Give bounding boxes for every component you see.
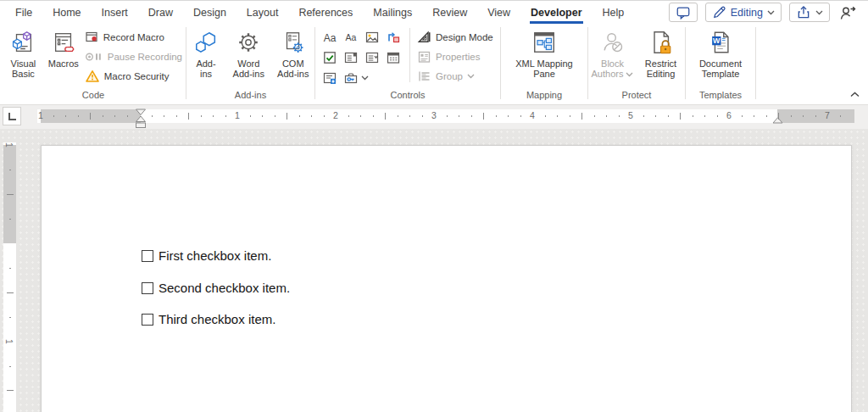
com-add-ins-button[interactable]: COM Add-ins — [273, 26, 314, 81]
legacy-tools-icon — [343, 71, 359, 85]
checkbox-content-control[interactable] — [142, 282, 153, 294]
menu-tab-references[interactable]: References — [288, 1, 363, 24]
word-add-ins-button[interactable]: Word Add-ins — [228, 26, 270, 81]
ruler-tick — [176, 115, 177, 117]
ruler-half-tick — [287, 113, 287, 120]
checkbox-item-text[interactable]: First checkbox item. — [159, 248, 271, 263]
record-macro-icon — [85, 31, 99, 44]
ribbon: Visual Basic Macros Record Macro Pause R… — [0, 24, 868, 105]
share-button[interactable] — [789, 3, 830, 22]
rich-text-control-button[interactable]: Aa — [320, 27, 340, 47]
combo-box-control-button[interactable] — [341, 47, 361, 67]
comment-bubble-icon — [676, 5, 691, 20]
drop-down-list-control-button[interactable] — [362, 47, 382, 67]
menu-tab-layout[interactable]: Layout — [236, 1, 289, 24]
menu-tab-help[interactable]: Help — [593, 1, 635, 24]
menu-tab-mailings[interactable]: Mailings — [363, 1, 422, 24]
ruler-tick — [152, 115, 153, 117]
ruler-half-tick — [7, 292, 14, 293]
ruler-tick — [299, 115, 300, 117]
collapse-ribbon-button[interactable] — [848, 88, 861, 100]
ruler-tick — [311, 115, 312, 117]
add-ins-button[interactable]: Add-ins — [187, 26, 225, 81]
group-separator — [587, 27, 588, 99]
check-box-control-button[interactable] — [320, 47, 340, 67]
horizontal-ruler[interactable]: 11234567 — [37, 109, 854, 123]
tab-stop-selector[interactable] — [3, 107, 21, 125]
ruler-tick — [766, 115, 767, 117]
record-macro-button[interactable]: Record Macro — [82, 28, 185, 46]
comments-button[interactable] — [669, 3, 698, 22]
macro-security-button[interactable]: Macro Security — [82, 67, 185, 85]
design-mode-button[interactable]: Design Mode — [415, 28, 496, 46]
pencil-icon — [712, 5, 726, 19]
ruler-tick — [9, 366, 11, 367]
document-template-button[interactable]: W Document Template — [694, 26, 747, 81]
ruler-number: 6 — [726, 110, 732, 120]
document-canvas: 11 First checkbox item.Second checkbox i… — [0, 129, 868, 412]
building-block-gallery-control-button[interactable] — [383, 27, 403, 47]
menu-tab-draw[interactable]: Draw — [138, 1, 183, 24]
restrict-editing-button[interactable]: Restrict Editing — [637, 26, 684, 81]
macros-button[interactable]: Macros — [45, 26, 82, 70]
menu-tab-developer[interactable]: Developer — [520, 1, 592, 24]
visual-basic-label: Visual Basic — [3, 58, 43, 79]
ruler-tick — [643, 115, 644, 117]
editing-mode-button[interactable]: Editing — [705, 3, 782, 22]
ruler-tick — [398, 115, 398, 117]
xml-mapping-pane-button[interactable]: XML Mapping Pane — [504, 26, 584, 81]
ruler-tick — [275, 115, 275, 117]
xml-mapping-pane-label: XML Mapping Pane — [506, 58, 582, 79]
ruler-tick — [324, 115, 325, 117]
contacts-button[interactable] — [837, 3, 858, 22]
menu-tab-design[interactable]: Design — [183, 1, 236, 24]
chevron-down-icon — [767, 10, 775, 15]
properties-button: Properties — [415, 47, 496, 65]
vertical-ruler[interactable]: 11 — [3, 142, 16, 412]
ruler-tick — [9, 268, 11, 269]
group-label-controls: Controls — [316, 90, 499, 104]
pause-recording-button: Pause Recording — [82, 47, 185, 65]
ruler-tick — [704, 115, 705, 117]
date-picker-control-button[interactable] — [383, 47, 403, 67]
inner-separator — [409, 28, 410, 82]
ruler-tick — [791, 115, 792, 117]
repeating-section-control-button[interactable] — [320, 68, 340, 87]
checkbox-list-item: Third checkbox item. — [142, 312, 275, 326]
com-add-ins-icon — [281, 28, 306, 57]
menu-tab-insert[interactable]: Insert — [92, 1, 138, 24]
group-separator — [186, 27, 186, 99]
checkbox-content-control[interactable] — [142, 250, 153, 262]
visual-basic-button[interactable]: Visual Basic — [2, 26, 45, 81]
ruler-tick — [803, 115, 804, 117]
ribbon-group-controls: AaAa Design Mode Properties Group Contro… — [316, 24, 499, 104]
ruler-tick — [422, 115, 423, 117]
picture-control-button[interactable] — [362, 27, 382, 47]
menu-tab-review[interactable]: Review — [422, 1, 477, 24]
macro-security-label: Macro Security — [104, 71, 170, 81]
ruler-tick — [496, 115, 497, 117]
properties-icon — [417, 50, 431, 64]
menu-tabs: FileHomeInsertDrawDesignLayoutReferences… — [5, 1, 634, 24]
checkbox-content-control[interactable] — [142, 314, 153, 326]
checkbox-item-text[interactable]: Third checkbox item. — [159, 312, 275, 326]
menu-tab-home[interactable]: Home — [42, 1, 91, 24]
indent-markers[interactable] — [135, 109, 147, 129]
ruler-tick — [360, 115, 361, 117]
ruler-tick — [127, 115, 128, 117]
checkbox-item-text[interactable]: Second checkbox item. — [159, 281, 290, 295]
block-authors-icon — [600, 28, 626, 57]
group-separator — [314, 27, 315, 99]
design-mode-label: Design Mode — [436, 32, 493, 42]
legacy-tools-control-button[interactable] — [341, 68, 380, 87]
menu-tab-file[interactable]: File — [5, 1, 42, 24]
ruler-half-tick — [90, 113, 91, 120]
document-template-label: Document Template — [696, 58, 745, 79]
document-page[interactable]: First checkbox item.Second checkbox item… — [41, 145, 852, 412]
macros-icon — [51, 28, 76, 57]
properties-label: Properties — [436, 52, 480, 62]
plain-text-control-button[interactable]: Aa — [341, 27, 361, 47]
date-picker-icon — [386, 51, 401, 64]
menu-tab-view[interactable]: View — [477, 1, 520, 24]
ruler-number: 2 — [333, 110, 338, 120]
